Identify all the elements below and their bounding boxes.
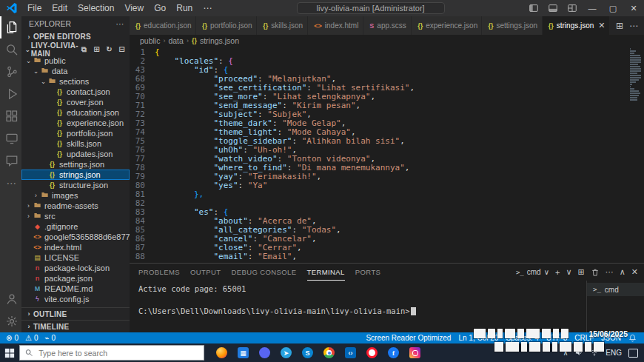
status-warnings[interactable]: ⚠0 [25,334,38,342]
tab-portfolio-json[interactable]: {}portfolio.json [196,16,257,35]
tree-item-gitignore[interactable]: ◆.gitignore [21,221,130,232]
collapse-all-icon[interactable]: ⊟ [117,45,127,54]
menu-file[interactable]: File [22,1,47,15]
extensions-icon[interactable] [0,105,21,127]
panel-tab-terminal[interactable]: TERMINAL [307,264,345,281]
app-grid-taskbar-icon[interactable]: ▦ [238,347,249,358]
start-button[interactable] [0,343,19,362]
tab-app-scss[interactable]: Sapp.scss [363,16,412,35]
new-folder-icon[interactable]: ⊞ [92,45,101,54]
tree-item-googlef5365888d6e877e2-h[interactable]: <>googlef5365888d6e877e2.h... [21,232,130,242]
close-panel-icon[interactable]: ✕ [631,267,638,277]
tree-item-sections[interactable]: ⌄sections [21,76,130,87]
tab-education-json[interactable]: {}education.json [130,16,196,35]
tree-item-license[interactable]: ▤LICENSE [21,252,130,263]
breadcrumb-item-data[interactable]: data [168,36,183,45]
tree-item-package-json[interactable]: npackage.json [21,273,130,284]
terminal-list-item-cmd[interactable]: >_cmd [587,283,644,296]
search-icon[interactable] [0,38,21,61]
terminal[interactable]: Active code page: 65001C:\Users\Dell\Dow… [130,281,586,332]
maximize-button[interactable]: ▢ [603,0,623,16]
remote-explorer-icon[interactable] [0,127,21,150]
tree-item-images[interactable]: ›images [21,190,130,201]
tree-item-structure-json[interactable]: {}structure.json [21,180,130,190]
new-file-icon[interactable]: ⧉ [79,45,89,54]
split-editor-icon[interactable]: ⊞ [616,21,623,31]
command-center[interactable]: livy-olivia-main [Administrator] [297,2,445,14]
facebook-taskbar-icon[interactable]: f [388,347,399,358]
notification-center-icon[interactable] [628,349,638,358]
panel-tab-problems[interactable]: PROBLEMS [138,264,180,281]
skype-taskbar-icon[interactable]: S [302,347,313,358]
firefox-taskbar-icon[interactable] [216,347,227,358]
tree-item-readme-md[interactable]: MREADME.md [21,284,130,294]
tab-index-html[interactable]: <>index.html [308,16,363,35]
tree-item-experience-json[interactable]: {}experience.json [21,118,130,128]
volume-icon[interactable] [574,348,583,358]
notifications-bell-icon[interactable] [628,334,637,342]
close-tab-icon[interactable]: ✕ [598,21,605,30]
tree-item-readme-assets[interactable]: ›readme-assets [21,201,130,211]
toggle-sidebar-icon[interactable] [524,0,543,16]
opera-taskbar-icon[interactable] [366,347,378,358]
vscode-taskbar-icon[interactable]: ‹› [345,347,356,358]
panel-tab-ports[interactable]: PORTS [355,264,381,281]
project-section[interactable]: ⌄ LIVY-OLIVIA-MAIN ⧉⊞↻⊟ [21,43,130,56]
minimap[interactable] [630,48,642,101]
status-ports[interactable]: ⌁0 [44,334,56,342]
status-screen-reader-optimized[interactable]: Screen Reader Optimized [366,334,451,342]
breadcrumb-item-strings-json[interactable]: strings.json [200,36,239,45]
tree-item-education-json[interactable]: {}education.json [21,107,130,118]
status-utf-8[interactable]: UTF-8 [546,334,567,342]
maximize-panel-icon[interactable]: ∧ [620,267,625,277]
customize-layout-icon[interactable] [563,0,582,16]
explorer-icon[interactable] [0,16,21,38]
panel-tab-debug-console[interactable]: DEBUG CONSOLE [231,264,296,281]
explorer-more-icon[interactable]: ⋯ [116,19,124,28]
menu-edit[interactable]: Edit [47,1,73,15]
tree-item-vite-config-js[interactable]: ϟvite.config.js [21,294,130,304]
code-editor[interactable]: 1{2 "locales": {43 "id": {68 "proceed": … [130,47,644,263]
tree-item-index-html[interactable]: <>index.html [21,242,130,252]
terminal-profile-chip[interactable]: >_cmd∨ [516,268,549,276]
menu-selection[interactable]: Selection [73,1,119,15]
tree-item-updates-json[interactable]: {}updates.json [21,149,130,159]
search-input[interactable] [37,348,198,358]
status-crlf[interactable]: CRLF [574,334,594,342]
breadcrumb-item-public[interactable]: public [140,36,160,45]
tray-chevron-icon[interactable]: ∧ [563,349,568,357]
instagram-taskbar-icon[interactable] [409,347,420,358]
tab-settings-json[interactable]: {}settings.json [482,16,542,35]
menu-view[interactable]: View [119,1,149,15]
status-json[interactable]: JSON [601,334,621,342]
more-actions-icon[interactable]: ⋯ [606,267,614,277]
refresh-icon[interactable]: ↻ [104,45,114,54]
menu-run[interactable]: Run [171,1,198,15]
tab-experience-json[interactable]: {}experience.json [412,16,482,35]
tree-item-settings-json[interactable]: {}settings.json [21,159,130,170]
menu-[interactable]: ⋯ [198,1,217,15]
tree-item-portfolio-json[interactable]: {}portfolio.json [21,128,130,138]
account-icon[interactable] [0,288,21,310]
chrome-taskbar-icon[interactable] [323,347,335,358]
menu-go[interactable]: Go [149,1,171,15]
new-terminal-icon[interactable]: + [555,268,560,277]
tree-item-data[interactable]: ⌄data [21,66,130,76]
telegram-taskbar-icon[interactable]: ➤ [281,347,292,358]
tree-item-public[interactable]: ⌄public [21,56,130,66]
chat-icon[interactable] [0,150,21,172]
timeline-section[interactable]: › TIMELINE [21,320,130,332]
minimize-button[interactable]: — [582,0,603,16]
status-ln-1-col-20[interactable]: Ln 1, Col 20 [458,334,498,342]
tree-item-contact-json[interactable]: {}contact.json [21,87,130,97]
tree-item-skills-json[interactable]: {}skills.json [21,138,130,149]
more-icon[interactable]: ⋯ [0,172,21,194]
tree-item-cover-json[interactable]: {}cover.json [21,97,130,107]
taskbar-search[interactable] [19,345,204,361]
outline-section[interactable]: › OUTLINE [21,307,130,320]
source-control-icon[interactable] [0,61,21,83]
run-debug-icon[interactable] [0,83,21,105]
discord-taskbar-icon[interactable] [259,347,270,358]
toggle-panel-icon[interactable] [543,0,563,16]
tab-skills-json[interactable]: {}skills.json [257,16,308,35]
